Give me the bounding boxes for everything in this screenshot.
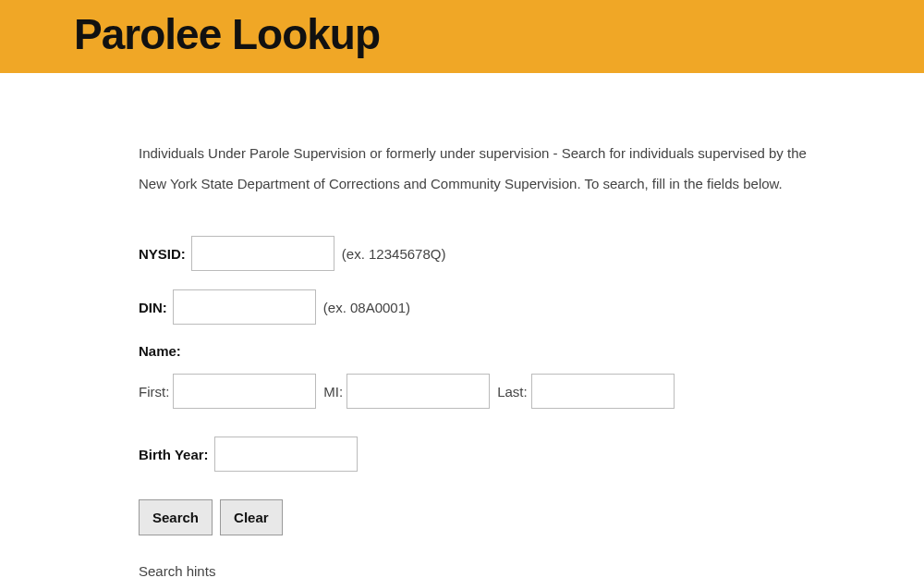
page-title: Parolee Lookup xyxy=(74,9,924,59)
mi-label: MI: xyxy=(323,384,343,400)
birth-year-input[interactable] xyxy=(214,437,358,472)
last-label: Last: xyxy=(497,384,528,400)
main-content: Individuals Under Parole Supervision or … xyxy=(139,138,832,578)
button-row: Search Clear xyxy=(139,499,832,535)
clear-button[interactable]: Clear xyxy=(220,499,283,535)
nysid-row: NYSID: (ex. 12345678Q) xyxy=(139,236,832,271)
din-row: DIN: (ex. 08A0001) xyxy=(139,289,832,325)
nysid-label: NYSID: xyxy=(139,246,186,262)
name-label: Name: xyxy=(139,343,832,359)
birth-year-row: Birth Year: xyxy=(139,437,832,472)
last-input[interactable] xyxy=(531,374,675,409)
name-row: First: MI: Last: xyxy=(139,374,832,409)
search-button[interactable]: Search xyxy=(139,499,213,535)
birth-year-label: Birth Year: xyxy=(139,447,209,462)
din-label: DIN: xyxy=(139,300,167,315)
first-input[interactable] xyxy=(173,374,316,409)
hints-title: Search hints xyxy=(139,563,832,578)
nysid-hint: (ex. 12345678Q) xyxy=(342,246,446,262)
header-banner: Parolee Lookup xyxy=(0,0,924,73)
first-label: First: xyxy=(139,384,169,400)
hints-section: Search hints NYSID xyxy=(139,563,832,578)
nysid-input[interactable] xyxy=(191,236,334,271)
din-hint: (ex. 08A0001) xyxy=(323,300,410,315)
mi-input[interactable] xyxy=(346,374,490,409)
page-description: Individuals Under Parole Supervision or … xyxy=(139,138,832,199)
din-input[interactable] xyxy=(173,289,316,325)
name-section: Name: First: MI: Last: xyxy=(139,343,832,409)
